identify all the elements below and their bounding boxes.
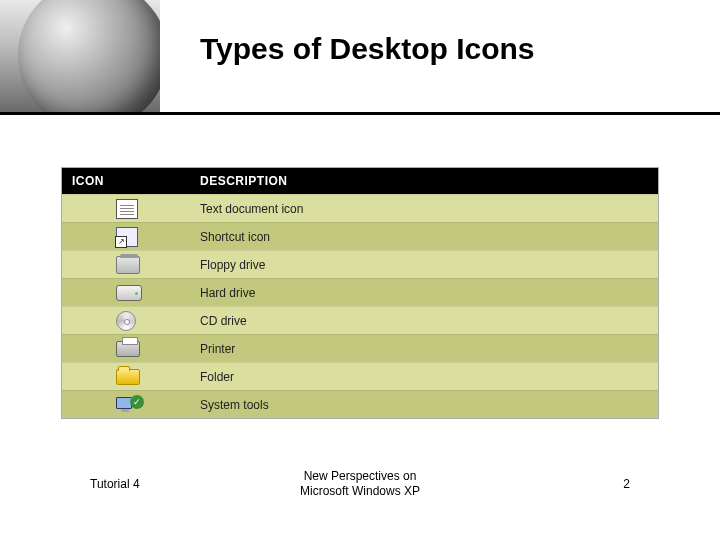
row-desc: Text document icon [190,202,658,216]
row-desc: Folder [190,370,658,384]
shortcut-icon [116,227,138,247]
footer-center-line1: New Perspectives on [304,469,417,483]
table-row: Floppy drive [62,250,658,278]
cd-drive-icon [116,311,136,331]
footer-center-line2: Microsoft Windows XP [300,484,420,498]
row-desc: Hard drive [190,286,658,300]
row-desc: System tools [190,398,658,412]
table-row: CD drive [62,306,658,334]
table-body: Text document icon Shortcut icon Floppy … [62,194,658,418]
header-divider [0,112,720,115]
table-row: Shortcut icon [62,222,658,250]
text-document-icon [116,199,138,219]
footer-left: Tutorial 4 [90,477,140,491]
hard-drive-icon [116,285,142,301]
header-icon-col: ICON [62,168,190,194]
row-desc: Shortcut icon [190,230,658,244]
table-row: Hard drive [62,278,658,306]
table-header-row: ICON DESCRIPTION [62,168,658,194]
row-desc: Printer [190,342,658,356]
system-tools-icon: ✓ [116,395,144,415]
table-row: ✓ System tools [62,390,658,418]
table-row: Folder [62,362,658,390]
slide: Types of Desktop Icons ICON DESCRIPTION … [0,0,720,540]
page-title: Types of Desktop Icons [200,32,535,66]
icon-table: ICON DESCRIPTION Text document icon Shor… [62,168,658,418]
folder-icon [116,369,140,385]
row-desc: CD drive [190,314,658,328]
row-desc: Floppy drive [190,258,658,272]
header-description-col: DESCRIPTION [190,168,658,194]
printer-icon [116,341,140,357]
floppy-drive-icon [116,256,140,274]
footer: Tutorial 4 New Perspectives on Microsoft… [0,469,720,500]
table-row: Text document icon [62,194,658,222]
building-graphic [18,0,160,112]
table-row: Printer [62,334,658,362]
header-decorative-image [0,0,160,112]
header: Types of Desktop Icons [0,0,720,112]
page-number: 2 [623,477,630,491]
